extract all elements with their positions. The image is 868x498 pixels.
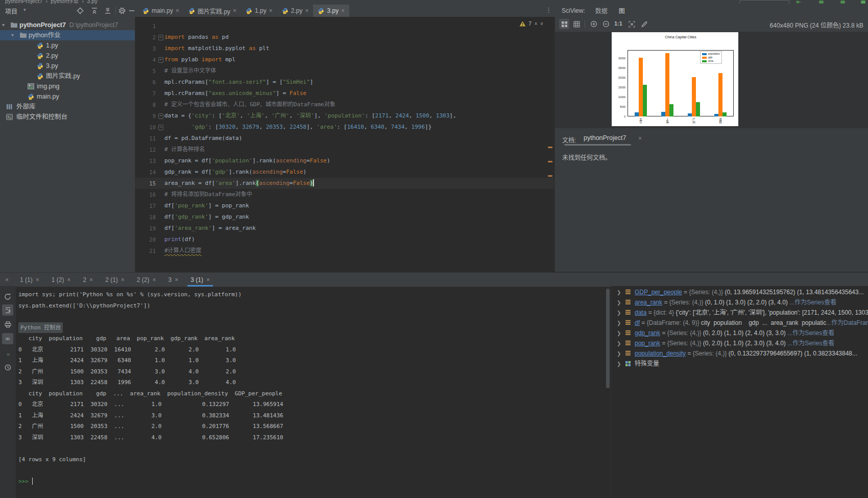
fold-marker-icon[interactable]: – — [158, 57, 163, 63]
close-icon[interactable]: × — [36, 277, 39, 283]
chevron-expanded-icon[interactable]: ▾ — [11, 30, 14, 40]
chevron-collapsed-icon[interactable]: ❯ — [617, 359, 621, 369]
editor-tab-3.py[interactable]: 3.py× — [313, 5, 349, 17]
collapse-all-icon[interactable] — [91, 7, 98, 14]
expand-all-icon[interactable] — [104, 7, 111, 14]
fit-zoom-icon[interactable] — [559, 19, 569, 29]
console-tab-3[interactable]: 3× — [162, 273, 185, 287]
variable-name[interactable]: GDP_per_people — [635, 289, 682, 296]
view-as-link[interactable]: ...作为DataFrame查看 — [826, 319, 868, 326]
scroll-to-end-icon[interactable] — [2, 304, 13, 316]
editor-tab-main.py[interactable]: main.py× — [138, 5, 184, 17]
editor-tab-2.py[interactable]: 2.py× — [277, 5, 314, 17]
tree-item-python作业[interactable]: ▾python作业 — [0, 30, 135, 40]
chevron-expanded-icon[interactable]: ▾ — [2, 20, 5, 30]
chevron-collapsed-icon[interactable]: ❯ — [617, 298, 621, 307]
console-tab-3 (1)[interactable]: 3 (1)× — [184, 273, 216, 287]
console-tab-2 (1)[interactable]: 2 (1)× — [99, 273, 131, 287]
chevron-collapsed-icon[interactable]: ❯ — [617, 318, 621, 328]
profile-button-icon[interactable] — [861, 1, 865, 4]
tree-item-3.py[interactable]: 3.py — [0, 61, 135, 71]
variable-row-df[interactable]: ❯df = {DataFrame: (4, 9)} city populatio… — [611, 318, 868, 328]
tree-item-外部库[interactable]: 外部库 — [0, 102, 135, 112]
chevron-collapsed-icon[interactable]: ❯ — [617, 339, 621, 348]
close-icon[interactable]: × — [67, 277, 70, 283]
variable-name[interactable]: df — [635, 319, 640, 326]
close-icon[interactable]: × — [153, 277, 156, 283]
tree-item-临时文件和控制台[interactable]: 临时文件和控制台 — [0, 112, 135, 122]
fold-marker-icon[interactable]: – — [158, 113, 163, 119]
debug-button-icon[interactable] — [819, 1, 824, 4]
tree-item-pythonProject7[interactable]: ▾pythonProject7 D:\pythonProject7 — [0, 20, 135, 30]
close-icon[interactable]: × — [206, 277, 210, 283]
chevron-collapsed-icon[interactable]: ❯ — [617, 349, 621, 359]
run-config-icon[interactable] — [739, 0, 789, 4]
tree-item-1.py[interactable]: 1.py — [0, 40, 135, 51]
variable-row-gdp_rank[interactable]: ❯gdp_rank = {Series: (4,)} (0, 2.0) (1, … — [611, 328, 868, 338]
code-editor[interactable]: 7 ∧ ∨ 12–import pandas as pd3import matp… — [135, 17, 554, 272]
console-tab-2 (2)[interactable]: 2 (2)× — [131, 273, 162, 287]
coverage-button-icon[interactable] — [840, 1, 845, 4]
console-tab-1 (1)[interactable]: 1 (1)× — [14, 273, 45, 287]
close-icon[interactable]: × — [305, 8, 308, 14]
close-icon[interactable]: × — [638, 135, 642, 142]
close-icon[interactable]: × — [175, 277, 178, 283]
history-clock-icon[interactable] — [2, 362, 13, 373]
variable-row-population_density[interactable]: ❯population_density = {Series: (4,)} (0,… — [611, 348, 868, 359]
hide-panel-icon[interactable] — [129, 7, 135, 14]
zoom-in-icon[interactable] — [589, 19, 599, 29]
close-icon[interactable]: × — [269, 8, 273, 14]
variable-name[interactable]: area_rank — [635, 299, 662, 306]
close-icon[interactable]: × — [5, 276, 9, 283]
variable-row-area_rank[interactable]: ❯area_rank = {Series: (4,)} (0, 1.0) (1,… — [611, 297, 868, 307]
run-button-icon[interactable] — [797, 1, 801, 4]
grid-toggle-icon[interactable] — [571, 19, 582, 29]
variable-row-GDP_per_people[interactable]: ❯GDP_per_people = {Series: (4,)} (0, 13.… — [611, 287, 868, 297]
chevron-collapsed-icon[interactable]: ❯ — [617, 328, 621, 338]
execute-icon[interactable]: » — [2, 348, 13, 360]
tree-item-2.py[interactable]: 2.py — [0, 51, 135, 61]
sciview-tab-图[interactable]: 图 — [618, 5, 626, 17]
variable-name[interactable]: gdp_rank — [635, 329, 660, 337]
zoom-actual-label[interactable]: 1:1 — [614, 20, 622, 27]
console-input-line[interactable]: >>> — [18, 476, 606, 487]
console-tab-2[interactable]: 2× — [77, 273, 99, 287]
variable-name[interactable]: pop_rank — [635, 340, 660, 347]
chevron-collapsed-icon[interactable]: ❯ — [617, 308, 621, 318]
console-scrollbar[interactable] — [606, 289, 610, 388]
rerun-icon[interactable] — [2, 291, 13, 302]
view-as-link[interactable]: ...作为Series查看 — [787, 329, 834, 337]
variable-name[interactable]: population_density — [635, 350, 686, 357]
special-variables-row[interactable]: ❯特殊变量 — [611, 359, 868, 369]
view-as-link[interactable]: ...作为Series查看 — [787, 340, 834, 347]
locate-file-icon[interactable] — [77, 7, 84, 14]
close-icon[interactable]: × — [89, 277, 93, 283]
console-history-icon[interactable]: ∞ — [2, 333, 13, 344]
editor-tab-options-icon[interactable]: ⋮ — [545, 6, 552, 14]
close-icon[interactable]: × — [341, 8, 345, 14]
zoom-out-icon[interactable] — [601, 19, 611, 29]
print-icon[interactable] — [2, 319, 13, 330]
editor-tab-图片实践.py[interactable]: 图片实践.py× — [184, 5, 241, 17]
tree-item-img.png[interactable]: img.png — [0, 81, 135, 91]
close-icon[interactable]: × — [176, 8, 179, 14]
chevron-down-icon[interactable]: ▾ — [23, 7, 26, 12]
chevron-collapsed-icon[interactable]: ❯ — [617, 288, 621, 297]
color-picker-icon[interactable] — [639, 19, 649, 29]
view-as-link[interactable]: ...作为Series查看 — [789, 299, 836, 306]
close-icon[interactable]: × — [121, 277, 125, 283]
editor-tab-1.py[interactable]: 1.py× — [241, 5, 277, 17]
actual-size-icon[interactable] — [626, 19, 637, 29]
variable-name[interactable]: data — [635, 309, 646, 316]
fold-marker-icon[interactable]: – — [158, 35, 163, 40]
console-tab-1 (2)[interactable]: 1 (2)× — [45, 273, 77, 287]
project-tool-title[interactable]: 项目 — [5, 7, 17, 15]
console-caret[interactable] — [32, 478, 33, 485]
sciview-tab-数据[interactable]: 数据 — [594, 5, 609, 17]
tree-item-main.py[interactable]: main.py — [0, 91, 135, 102]
variable-row-pop_rank[interactable]: ❯pop_rank = {Series: (4,)} (0, 2.0) (1, … — [611, 338, 868, 348]
documentation-tab[interactable]: pythonProject7 — [582, 134, 628, 145]
close-icon[interactable]: × — [233, 8, 236, 14]
settings-gear-icon[interactable] — [118, 7, 126, 14]
fold-marker-icon[interactable]: – — [158, 125, 163, 130]
